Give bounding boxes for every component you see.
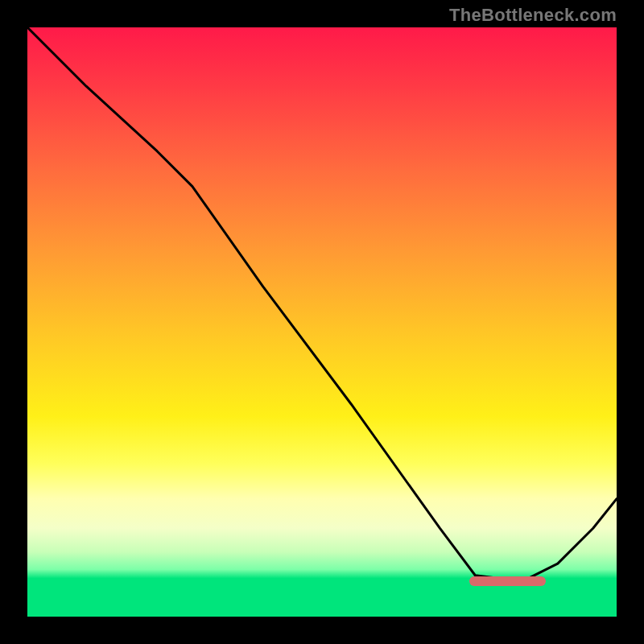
- bottleneck-curve: [27, 27, 617, 581]
- watermark-text: TheBottleneck.com: [449, 5, 617, 26]
- chart-frame: TheBottleneck.com: [0, 0, 644, 644]
- optimum-range-bar: [469, 576, 546, 586]
- curve-layer: [27, 27, 617, 617]
- plot-area: [27, 27, 617, 617]
